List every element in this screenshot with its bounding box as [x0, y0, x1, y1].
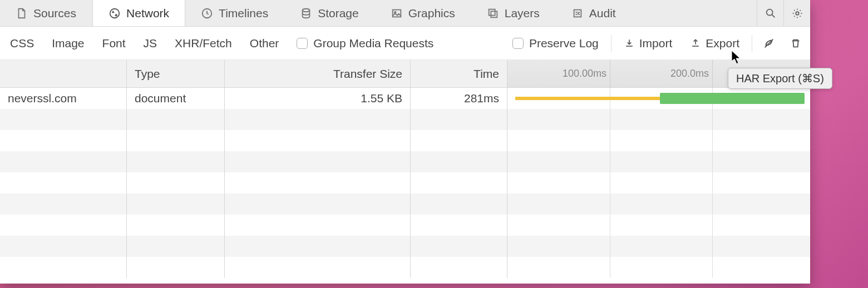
tab-graphics[interactable]: Graphics	[375, 0, 471, 26]
tab-sources[interactable]: Sources	[0, 0, 92, 26]
disable-cache-button[interactable]	[757, 31, 781, 56]
document-icon	[16, 7, 28, 19]
svg-rect-3	[392, 9, 401, 17]
filter-bar: CSS Image Font JS XHR/Fetch Other Group …	[0, 27, 810, 60]
filter-font[interactable]: Font	[95, 33, 134, 53]
filter-xhr-fetch[interactable]: XHR/Fetch	[167, 33, 240, 53]
checkbox-icon	[297, 38, 308, 49]
export-button[interactable]: Export	[682, 37, 747, 50]
tab-layers[interactable]: Layers	[471, 0, 556, 26]
cell-size: 1.55 KB	[225, 88, 411, 109]
import-button[interactable]: Import	[616, 37, 680, 50]
search-icon	[765, 7, 777, 19]
svg-point-0	[110, 8, 120, 18]
gear-icon	[791, 7, 803, 19]
network-icon	[108, 7, 121, 19]
cell-name: neverssl.com	[0, 88, 127, 109]
clock-icon	[201, 7, 213, 19]
column-time[interactable]: Time	[411, 60, 507, 87]
svg-point-2	[303, 8, 310, 12]
svg-rect-6	[491, 11, 497, 17]
checkbox-icon	[512, 38, 524, 49]
svg-point-8	[766, 9, 772, 15]
leaf-slash-icon	[763, 37, 775, 49]
tab-label: Audit	[589, 7, 616, 20]
tab-network[interactable]: Network	[92, 0, 185, 26]
database-icon	[300, 7, 312, 19]
settings-button[interactable]	[783, 0, 810, 27]
cell-type: document	[127, 88, 225, 109]
checkbox-label: Preserve Log	[529, 37, 599, 50]
export-tooltip: HAR Export (⌘S)	[728, 68, 832, 89]
table-header: Type Transfer Size Time 100.00ms 200.0ms	[0, 60, 810, 88]
column-name[interactable]	[0, 60, 127, 87]
devtools-window: Sources Network Timelines Storage Graphi…	[0, 0, 810, 284]
timing-load-bar	[660, 93, 805, 104]
upload-icon	[690, 38, 701, 49]
tab-label: Network	[126, 7, 169, 20]
filter-image[interactable]: Image	[44, 33, 92, 53]
trash-icon	[790, 37, 802, 49]
tabbar-right	[757, 0, 810, 26]
filter-js[interactable]: JS	[136, 33, 165, 53]
timeline-tick: 200.0ms	[610, 60, 712, 87]
button-label: Export	[706, 37, 739, 50]
column-transfer-size[interactable]: Transfer Size	[225, 60, 411, 87]
tab-bar: Sources Network Timelines Storage Graphi…	[0, 0, 810, 27]
requests-table: Type Transfer Size Time 100.00ms 200.0ms…	[0, 60, 810, 284]
svg-point-9	[796, 12, 799, 15]
cell-timeline	[507, 88, 810, 109]
checkbox-label: Group Media Requests	[313, 37, 433, 50]
tab-label: Layers	[505, 7, 540, 20]
tab-label: Graphics	[408, 7, 455, 20]
cell-time: 281ms	[411, 88, 507, 109]
tab-label: Storage	[318, 7, 359, 20]
tab-label: Timelines	[219, 7, 268, 20]
image-icon	[391, 7, 403, 19]
tab-timelines[interactable]: Timelines	[185, 0, 284, 26]
table-row[interactable]: neverssl.com document 1.55 KB 281ms	[0, 88, 810, 109]
tab-label: Sources	[33, 7, 76, 20]
preserve-log-checkbox[interactable]: Preserve Log	[505, 37, 606, 50]
column-type[interactable]: Type	[127, 60, 225, 87]
tab-audit[interactable]: Audit	[556, 0, 632, 26]
timing-wait-bar	[515, 97, 660, 100]
search-button[interactable]	[757, 0, 783, 27]
svg-rect-5	[489, 9, 495, 15]
clear-button[interactable]	[783, 31, 808, 56]
filter-other[interactable]: Other	[242, 33, 287, 53]
audit-icon	[571, 7, 584, 19]
filter-css[interactable]: CSS	[2, 33, 42, 53]
download-icon	[624, 38, 635, 49]
button-label: Import	[639, 37, 673, 50]
tab-storage[interactable]: Storage	[284, 0, 375, 26]
timeline-tick: 100.00ms	[507, 60, 610, 87]
group-media-checkbox[interactable]: Group Media Requests	[289, 37, 441, 50]
layers-icon	[487, 7, 499, 19]
table-body: neverssl.com document 1.55 KB 281ms	[0, 88, 810, 284]
